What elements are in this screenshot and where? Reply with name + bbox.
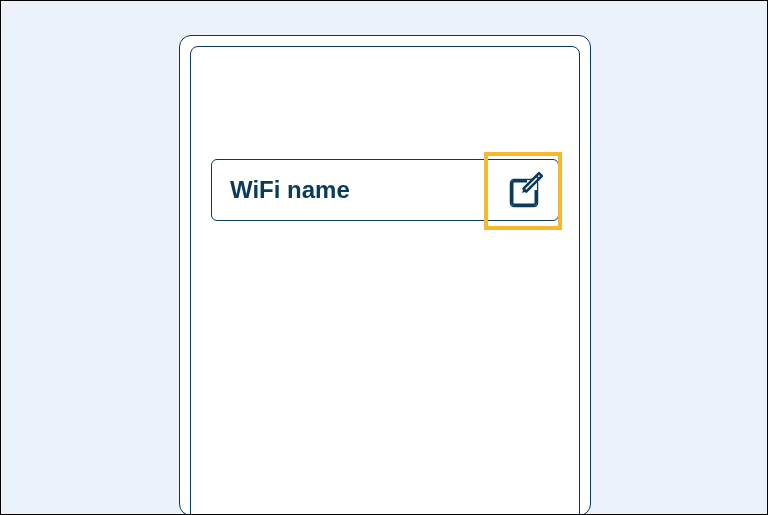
wifi-name-label: WiFi name <box>230 176 498 204</box>
wifi-name-field-row: WiFi name <box>211 159 559 221</box>
settings-panel: WiFi name <box>190 46 580 515</box>
device-frame: WiFi name <box>179 35 591 515</box>
edit-icon <box>505 168 549 212</box>
edit-wifi-name-button[interactable] <box>498 161 556 219</box>
